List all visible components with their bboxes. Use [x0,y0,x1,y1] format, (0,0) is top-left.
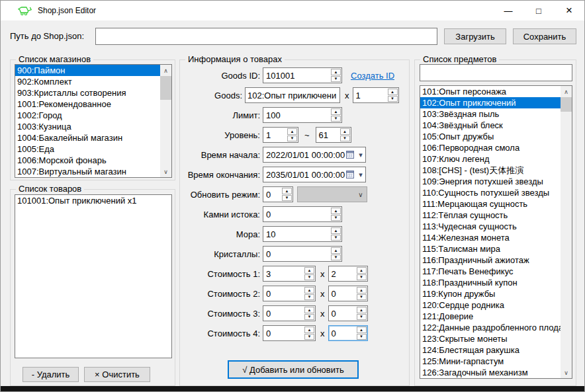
level-min-spinner[interactable]: 1 [263,127,298,143]
list-item[interactable]: 115:Талисман мира [420,243,561,255]
list-item[interactable]: 121:Доверие [420,311,561,322]
list-item[interactable]: 110:Сущность потухшей звезды [420,187,561,198]
list-item[interactable]: 1002:Город [15,110,160,121]
save-button[interactable]: Сохранить [513,28,576,44]
cost1-count-spinner[interactable]: 2 [328,266,368,282]
spin-up-icon[interactable] [331,208,341,214]
scroll-down-icon[interactable] [561,367,572,378]
spin-up-icon[interactable] [304,267,314,274]
spin-up-icon[interactable] [340,128,350,135]
spin-up-icon[interactable] [357,327,367,333]
refresh-mode-spinner[interactable]: 0 [263,186,293,202]
list-item[interactable]: 103:Звёздная пыль [420,108,561,120]
spin-down-icon[interactable] [304,334,314,340]
spin-down-icon[interactable] [304,274,314,281]
list-item[interactable]: 112:Тёплая сущность [420,210,561,221]
list-item[interactable]: 120:Сердце родника [420,299,561,311]
spin-up-icon[interactable] [331,247,341,254]
spin-down-icon[interactable] [357,334,367,340]
list-item[interactable]: 101:Опыт персонажа [420,86,561,97]
spin-up-icon[interactable] [357,287,367,294]
list-item[interactable]: 123:Скрытые монеты [420,333,561,344]
cart-listbox[interactable]: 101001:Опыт приключений x1 [15,194,172,358]
spin-up-icon[interactable] [357,307,367,313]
cost3-item-spinner[interactable]: 0 [263,305,316,321]
spin-down-icon[interactable] [287,136,297,142]
list-item[interactable]: 1004:Бакалейный магазин [15,132,160,143]
load-button[interactable]: Загрузить [444,28,506,44]
spin-down-icon[interactable] [357,274,367,281]
list-item[interactable]: 101001:Опыт приключений x1 [15,195,171,206]
cost1-item-spinner[interactable]: 3 [263,266,316,282]
limit-spinner[interactable]: 100 [263,107,342,123]
list-item[interactable]: 1005:Еда [15,143,160,155]
items-listbox[interactable]: 101:Опыт персонажа102:Опыт приключений10… [420,85,572,379]
list-item[interactable]: 903:Кристаллы сотворения [15,87,160,98]
spin-up-icon[interactable] [357,267,367,274]
list-item[interactable]: 104:Звёздный блеск [420,120,561,131]
spin-up-icon[interactable] [287,128,297,135]
list-item[interactable]: 126:Загадочный механизм [420,367,561,378]
items-scrollbar[interactable] [561,86,572,378]
cost2-count-spinner[interactable]: 0 [328,286,368,301]
crystal-spinner[interactable]: 0 [263,246,342,262]
spin-down-icon[interactable] [304,314,314,321]
list-item[interactable]: 107:Ключ легенд [420,153,561,165]
list-item[interactable]: 124:Блестящая ракушка [420,344,561,356]
clear-button[interactable]: × Очистить [84,367,150,382]
list-item[interactable]: 1007:Виртуальный магазин [15,166,160,177]
list-item[interactable]: 119:Купон дружбы [420,288,561,299]
chevron-down-icon[interactable] [356,151,365,159]
minimize-button[interactable]: — [493,1,523,20]
list-item[interactable]: 108:[CHS] - (test)天体推演 [420,165,561,176]
list-item[interactable]: 125:Мини-гарпастум [420,356,561,367]
list-item[interactable]: 105:Опыт дружбы [420,131,561,142]
scroll-down-icon[interactable] [160,166,171,177]
spin-up-icon[interactable] [304,287,314,294]
add-or-update-button[interactable]: √ Добавить или обновить [228,360,359,379]
primogem-spinner[interactable]: 0 [263,206,342,222]
refresh-mode-combobox[interactable] [297,186,367,202]
spin-down-icon[interactable] [357,294,367,301]
list-item[interactable]: 1006:Морской фонарь [15,155,160,166]
list-item[interactable]: 902:Комплект [15,76,160,87]
cost4-count-spinner[interactable]: 0 [328,325,368,341]
list-item[interactable]: 122:Данные раздробленного плода [420,322,561,333]
scroll-up-icon[interactable] [160,65,171,76]
list-item[interactable]: 116:Праздничный ажиотаж [420,255,561,266]
shops-scrollbar[interactable] [160,65,171,177]
time-start-picker[interactable]: 2022/01/01 00:00:00 [263,147,366,163]
scroll-up-icon[interactable] [561,86,572,97]
spin-down-icon[interactable] [331,215,341,221]
item-search-input[interactable] [420,64,572,81]
list-item[interactable]: 1003:Кузница [15,121,160,132]
spin-up-icon[interactable] [304,307,314,313]
mora-spinner[interactable]: 10 [263,226,342,242]
time-end-picker[interactable]: 2035/01/01 00:00:00 [263,167,366,182]
cost4-item-spinner[interactable]: 0 [263,325,316,341]
list-item[interactable]: 117:Печать Венефикус [420,266,561,277]
list-item[interactable]: 900:Паймон [15,65,160,76]
spin-up-icon[interactable] [331,69,341,75]
goods-field[interactable]: 102:Опыт приключени [245,87,340,103]
title-bar[interactable]: Shop.json Editor — □ × [1,1,584,20]
goods-id-spinner[interactable]: 101001 [263,67,342,83]
list-item[interactable]: 106:Первородная смола [420,142,561,153]
delete-button[interactable]: - Удалить [22,367,79,382]
list-item[interactable]: 109:Энергия потухшей звезды [420,176,561,187]
level-max-spinner[interactable]: 61 [316,127,351,143]
spin-down-icon[interactable] [340,136,350,142]
cost3-count-spinner[interactable]: 0 [328,305,368,321]
spin-down-icon[interactable] [304,294,314,301]
cost2-item-spinner[interactable]: 0 [263,286,316,301]
spin-up-icon[interactable] [282,188,292,194]
spin-down-icon[interactable] [331,255,341,261]
spin-down-icon[interactable] [331,116,341,122]
spin-down-icon[interactable] [282,195,292,202]
spin-up-icon[interactable] [331,108,341,115]
path-input[interactable] [95,28,437,45]
list-item[interactable]: 1001:Рекомендованное [15,98,160,110]
create-id-link[interactable]: Создать ID [351,71,394,81]
spin-up-icon[interactable] [304,327,314,333]
list-item[interactable]: 113:Чудесная сущность [420,221,561,232]
